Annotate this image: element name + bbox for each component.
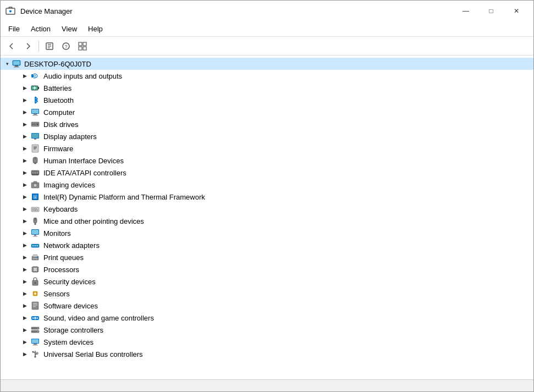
- item-icon: [30, 143, 40, 153]
- item-icon: [30, 168, 40, 178]
- item-icon: [30, 204, 40, 214]
- forward-button[interactable]: [20, 39, 36, 53]
- tree-item[interactable]: ▶Monitors: [1, 227, 533, 239]
- item-label: Human Interface Devices: [43, 157, 124, 165]
- tree-root-item[interactable]: ▾ DESKTOP-6Q0J0TD: [1, 58, 533, 70]
- menu-action[interactable]: Action: [25, 23, 56, 35]
- svg-rect-23: [34, 114, 37, 115]
- back-button[interactable]: [4, 39, 19, 53]
- item-icon: [30, 325, 40, 335]
- item-expand-icon: ▶: [20, 241, 29, 250]
- item-icon: [30, 119, 40, 129]
- svg-point-65: [32, 245, 34, 246]
- svg-rect-15: [13, 61, 20, 65]
- item-icon: [30, 180, 40, 190]
- svg-rect-55: [37, 210, 38, 211]
- item-expand-icon: ▶: [20, 144, 29, 153]
- tree-item[interactable]: ▶Processors: [1, 263, 533, 275]
- item-label: Monitors: [43, 229, 71, 238]
- svg-rect-54: [34, 210, 36, 211]
- maximize-button[interactable]: □: [478, 2, 504, 20]
- svg-rect-39: [32, 174, 38, 175]
- tree-item[interactable]: ▶Batteries: [1, 82, 533, 94]
- item-icon: [30, 107, 40, 117]
- tree-item[interactable]: ▶Bluetooth: [1, 94, 533, 106]
- svg-rect-60: [32, 230, 38, 234]
- item-icon: [30, 337, 40, 347]
- item-expand-icon: ▶: [20, 253, 29, 262]
- tree-item[interactable]: ▶Storage controllers: [1, 324, 533, 336]
- item-label: Print queues: [43, 253, 84, 262]
- item-icon: [30, 95, 40, 105]
- svg-rect-8: [79, 42, 82, 46]
- menu-file[interactable]: File: [3, 23, 25, 35]
- svg-rect-13: [15, 65, 18, 67]
- svg-point-106: [35, 356, 36, 358]
- svg-rect-31: [32, 145, 38, 152]
- svg-point-89: [32, 317, 34, 319]
- tree-item[interactable]: ▶Mice and other pointing devices: [1, 215, 533, 227]
- item-icon: [30, 313, 40, 323]
- svg-rect-61: [34, 235, 36, 236]
- item-icon: i: [30, 192, 40, 202]
- svg-point-37: [35, 163, 36, 164]
- tree-item[interactable]: ▶Print queues: [1, 251, 533, 263]
- tree-item[interactable]: ▶Computer: [1, 106, 533, 118]
- tree-item[interactable]: ▶Imaging devices: [1, 179, 533, 191]
- svg-rect-70: [33, 258, 37, 259]
- item-icon: [30, 277, 40, 286]
- item-label: Batteries: [43, 84, 71, 92]
- tree-item[interactable]: ▶Software devices: [1, 300, 533, 312]
- item-expand-icon: ▶: [20, 229, 29, 238]
- title-bar: Device Manager — □ ✕: [1, 1, 533, 21]
- tree-item[interactable]: ▶Display adapters: [1, 130, 533, 142]
- help-button[interactable]: ?: [58, 39, 74, 53]
- update-icon: [78, 42, 87, 51]
- item-icon: [30, 216, 40, 226]
- content-area[interactable]: ▾ DESKTOP-6Q0J0TD ▶Audio inputs and outp…: [1, 56, 533, 379]
- tree-item[interactable]: ▶Security devices: [1, 275, 533, 288]
- tree-item[interactable]: ▶Audio inputs and outputs: [1, 70, 533, 82]
- svg-rect-105: [36, 352, 38, 354]
- menu-view[interactable]: View: [56, 23, 82, 35]
- item-expand-icon: ▶: [20, 350, 29, 358]
- item-icon: [30, 349, 40, 359]
- properties-button[interactable]: [42, 39, 57, 53]
- svg-point-71: [37, 257, 38, 258]
- svg-rect-86: [33, 305, 37, 306]
- svg-rect-73: [34, 268, 37, 271]
- item-label: Sound, video and game controllers: [43, 314, 154, 322]
- svg-rect-14: [14, 67, 19, 68]
- close-button[interactable]: ✕: [504, 2, 529, 20]
- svg-rect-16: [31, 74, 34, 78]
- tree-item[interactable]: ▶Keyboards: [1, 203, 533, 215]
- tree-item[interactable]: ▶Universal Serial Bus controllers: [1, 348, 533, 360]
- item-expand-icon: ▶: [20, 168, 29, 177]
- tree-item[interactable]: ▶IDE ATA/ATAPI controllers: [1, 167, 533, 179]
- item-label: Intel(R) Dynamic Platform and Thermal Fr…: [43, 193, 205, 201]
- svg-rect-11: [83, 47, 86, 50]
- svg-point-83: [34, 292, 36, 295]
- minimize-button[interactable]: —: [453, 2, 478, 20]
- item-label: IDE ATA/ATAPI controllers: [43, 169, 126, 177]
- item-icon: [30, 301, 40, 311]
- menu-help[interactable]: Help: [82, 23, 108, 35]
- tree-item[interactable]: ▶Sensors: [1, 288, 533, 300]
- item-expand-icon: ▶: [20, 313, 29, 322]
- tree-item[interactable]: ▶iIntel(R) Dynamic Platform and Thermal …: [1, 191, 533, 203]
- svg-point-41: [35, 172, 36, 173]
- tree-item[interactable]: ▶Firmware: [1, 142, 533, 154]
- svg-rect-85: [33, 303, 37, 304]
- tree-item[interactable]: ▶Disk drives: [1, 118, 533, 130]
- item-label: Security devices: [43, 278, 96, 286]
- update-button[interactable]: [75, 39, 90, 53]
- item-label: Storage controllers: [43, 326, 103, 334]
- item-label: Keyboards: [43, 205, 78, 213]
- tree-item[interactable]: ▶Network adapters: [1, 239, 533, 251]
- tree-item[interactable]: ▶Human Interface Devices: [1, 154, 533, 167]
- properties-icon: [45, 42, 54, 51]
- toolbar: ?: [1, 37, 533, 56]
- tree-item[interactable]: ▶Sound, video and game controllers: [1, 312, 533, 324]
- svg-point-26: [37, 124, 38, 125]
- tree-item[interactable]: ▶System devices: [1, 336, 533, 348]
